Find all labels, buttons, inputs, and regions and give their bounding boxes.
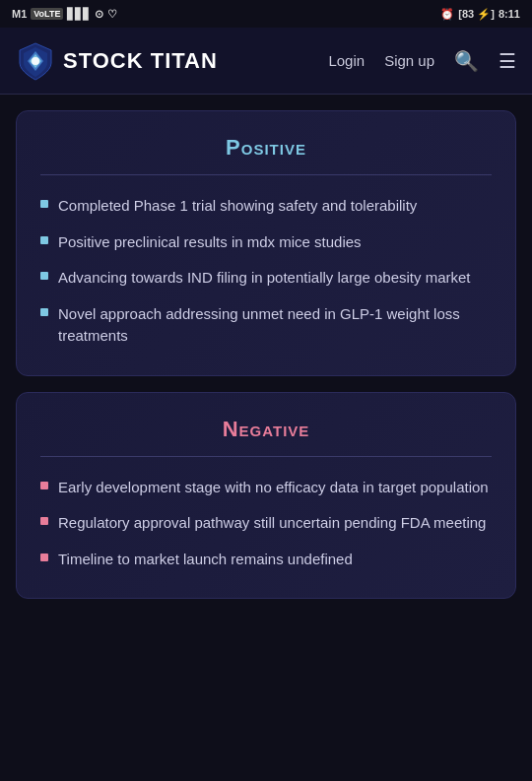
login-link[interactable]: Login	[328, 52, 365, 69]
bullet-text: Novel approach addressing unmet need in …	[58, 303, 492, 348]
bullet-dot	[40, 308, 48, 316]
negative-card-divider	[40, 456, 492, 457]
logo-area[interactable]: STOCK TITAN	[16, 41, 218, 81]
negative-card-title: Negative	[40, 417, 492, 442]
carrier-label: M1	[12, 8, 27, 20]
signal-icon: ▋▋▋	[67, 8, 91, 21]
alarm-icon: ⏰	[440, 8, 454, 21]
navbar: STOCK TITAN Login Sign up 🔍 ☰	[0, 28, 532, 95]
bullet-text: Positive preclinical results in mdx mice…	[58, 231, 362, 254]
bullet-text: Completed Phase 1 trial showing safety a…	[58, 195, 417, 218]
battery-display: [83 ⚡]	[458, 8, 495, 21]
volte-badge: VoLTE	[31, 8, 63, 20]
bullet-text: Timeline to market launch remains undefi…	[58, 549, 353, 571]
positive-card: Positive Completed Phase 1 trial showing…	[16, 110, 516, 376]
main-content: Positive Completed Phase 1 trial showing…	[0, 95, 532, 615]
status-left: M1 VoLTE ▋▋▋ ⊙ ♡	[12, 8, 117, 21]
bullet-dot	[40, 200, 48, 208]
status-bar: M1 VoLTE ▋▋▋ ⊙ ♡ ⏰ [83 ⚡] 8:11	[0, 0, 532, 28]
list-item: Early development stage with no efficacy…	[40, 477, 492, 499]
list-item: Regulatory approval pathway still uncert…	[40, 512, 492, 535]
positive-card-divider	[40, 174, 492, 175]
instagram-icon: ♡	[107, 8, 117, 21]
menu-icon[interactable]: ☰	[499, 49, 516, 73]
nav-links: Login Sign up 🔍 ☰	[328, 49, 516, 73]
logo-icon	[16, 41, 55, 81]
clock-display: 8:11	[499, 8, 520, 20]
list-item: Timeline to market launch remains undefi…	[40, 549, 492, 571]
list-item: Novel approach addressing unmet need in …	[40, 303, 492, 348]
bullet-dot	[40, 517, 48, 525]
status-right: ⏰ [83 ⚡] 8:11	[440, 8, 520, 21]
search-icon[interactable]: 🔍	[454, 49, 479, 73]
bullet-dot	[40, 482, 48, 489]
svg-point-0	[32, 57, 39, 65]
bullet-dot	[40, 553, 48, 561]
bullet-dot	[40, 272, 48, 280]
positive-bullet-list: Completed Phase 1 trial showing safety a…	[40, 195, 492, 348]
list-item: Positive preclinical results in mdx mice…	[40, 231, 492, 254]
wifi-icon: ⊙	[95, 8, 103, 21]
bullet-dot	[40, 236, 48, 244]
signup-link[interactable]: Sign up	[384, 52, 434, 69]
charging-icon: ⚡	[477, 8, 491, 20]
logo-text: STOCK TITAN	[63, 48, 218, 74]
bullet-text: Advancing towards IND filing in potentia…	[58, 267, 471, 290]
positive-card-title: Positive	[40, 135, 492, 161]
bullet-text: Regulatory approval pathway still uncert…	[58, 512, 486, 535]
list-item: Completed Phase 1 trial showing safety a…	[40, 195, 492, 218]
list-item: Advancing towards IND filing in potentia…	[40, 267, 492, 290]
negative-card: Negative Early development stage with no…	[16, 392, 516, 600]
negative-bullet-list: Early development stage with no efficacy…	[40, 477, 492, 571]
bullet-text: Early development stage with no efficacy…	[58, 477, 489, 499]
